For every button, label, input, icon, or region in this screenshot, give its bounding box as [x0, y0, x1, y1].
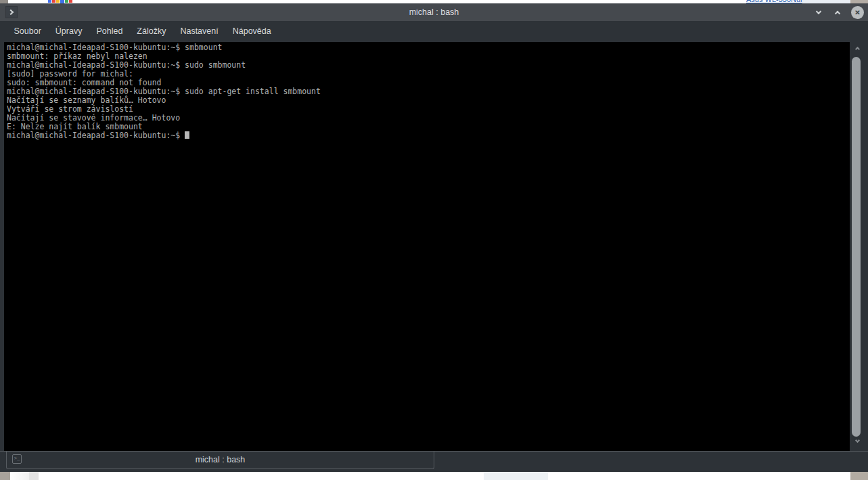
- terminal-view[interactable]: michal@michal-Ideapad-S100-kubuntu:~$ sm…: [0, 42, 868, 451]
- close-icon: ✕: [854, 6, 860, 19]
- desktop: Asus WL-330Nul michal : bash ✕ SouborÚpr…: [0, 0, 868, 480]
- background-block: [484, 472, 548, 480]
- window-title: michal : bash: [0, 3, 868, 21]
- menu-item[interactable]: Úpravy: [48, 21, 89, 42]
- background-window-bottom: [0, 472, 868, 480]
- konsole-window: michal : bash ✕ SouborÚpravyPohledZáložk…: [0, 3, 868, 472]
- menu-item[interactable]: Nápověda: [225, 21, 278, 42]
- chevron-down-icon: [816, 8, 821, 14]
- scrollbar[interactable]: [850, 42, 868, 451]
- terminal-screen[interactable]: michal@michal-Ideapad-S100-kubuntu:~$ sm…: [4, 42, 850, 451]
- scrollbar-thumb[interactable]: [852, 57, 861, 437]
- google-letter: [65, 0, 68, 3]
- google-letter: [48, 0, 51, 3]
- titlebar[interactable]: michal : bash ✕: [0, 3, 868, 21]
- tab-michal-bash[interactable]: >_ michal : bash: [6, 452, 434, 469]
- maximize-button[interactable]: [832, 7, 843, 18]
- terminal-output: michal@michal-Ideapad-S100-kubuntu:~$ sm…: [4, 42, 850, 140]
- terminal-prompt: michal@michal-Ideapad-S100-kubuntu:~$: [7, 131, 185, 140]
- google-letter: [56, 0, 60, 3]
- minimize-button[interactable]: [813, 7, 824, 18]
- window-controls: ✕: [813, 3, 864, 21]
- tab-label: michal : bash: [7, 452, 434, 469]
- background-block: [850, 472, 868, 480]
- menu-bar: SouborÚpravyPohledZáložkyNastaveníNápově…: [0, 21, 868, 42]
- scroll-down-icon[interactable]: [855, 438, 860, 443]
- background-block: [0, 472, 10, 480]
- terminal-lines: michal@michal-Ideapad-S100-kubuntu:~$ sm…: [7, 43, 850, 131]
- menu-item[interactable]: Nastavení: [173, 21, 225, 42]
- close-button[interactable]: ✕: [851, 6, 864, 19]
- terminal-cursor: [185, 131, 189, 139]
- menu-item[interactable]: Soubor: [7, 21, 48, 42]
- background-block: [10, 472, 29, 480]
- tab-bar: >_ michal : bash: [0, 451, 868, 472]
- google-letter: [52, 0, 55, 3]
- menu-item[interactable]: Záložky: [130, 21, 173, 42]
- scroll-up-icon[interactable]: [855, 47, 860, 51]
- background-block: [29, 472, 39, 480]
- chevron-up-icon: [835, 10, 840, 16]
- google-letter: [69, 0, 72, 3]
- menu-item[interactable]: Pohled: [89, 21, 130, 42]
